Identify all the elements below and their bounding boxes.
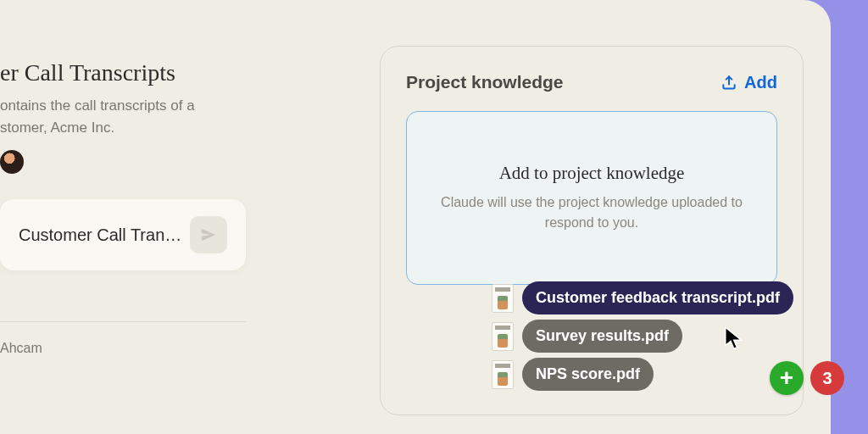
badge-row: + 3 [770,361,844,395]
avatar [0,150,24,174]
dropzone-subtitle: Claude will use the project knowledge up… [432,192,751,233]
chat-input-container[interactable]: Customer Call Transcript... [0,199,246,270]
panel-title: Project knowledge [406,72,564,92]
pdf-icon [492,322,514,351]
count-badge: 3 [810,361,844,395]
file-chip[interactable]: NPS score.pdf [522,358,654,391]
dropzone[interactable]: Add to project knowledge Claude will use… [406,111,777,285]
send-icon [199,225,218,244]
bottom-text: Ahсam [0,341,246,356]
file-row[interactable]: Customer feedback transcript.pdf [492,281,865,314]
plus-badge: + [770,361,804,395]
page-title: er Call Transcripts [0,59,246,86]
file-chip[interactable]: Customer feedback transcript.pdf [522,281,793,314]
divider [0,321,246,322]
file-row[interactable]: Survey results.pdf [492,320,865,353]
pdf-icon [492,284,514,313]
dropzone-title: Add to project knowledge [432,163,751,184]
main-content: er Call Transcripts ontains the call tra… [0,59,246,356]
chat-input[interactable]: Customer Call Transcript... [19,225,190,245]
upload-icon [721,74,737,91]
add-button[interactable]: Add [721,73,777,92]
send-button[interactable] [190,216,227,253]
pdf-icon [492,360,514,389]
add-label: Add [744,73,777,92]
file-chip[interactable]: Survey results.pdf [522,320,682,353]
page-subtitle: ontains the call transcripts of a stomer… [0,95,246,138]
panel-header: Project knowledge Add [406,72,777,92]
